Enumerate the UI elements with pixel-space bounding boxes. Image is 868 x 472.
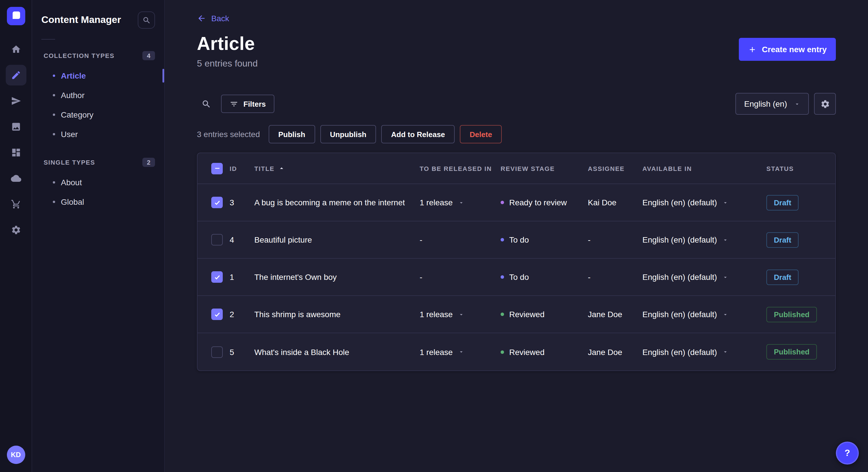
home-icon[interactable] — [5, 39, 26, 60]
release-caret-icon — [458, 199, 464, 206]
settings-gear-icon[interactable] — [5, 220, 26, 240]
cell-status: Draft — [766, 195, 822, 210]
column-header-title[interactable]: TITLE — [254, 165, 420, 172]
create-new-entry-button[interactable]: Create new entry — [739, 38, 836, 61]
cell-release[interactable]: 1 release — [420, 347, 501, 357]
cell-release[interactable]: 1 release — [420, 310, 501, 319]
sidebar-item-label: Author — [61, 91, 85, 100]
bullet-icon — [53, 113, 55, 116]
column-header-release: TO BE RELEASED IN — [420, 165, 501, 172]
publish-button[interactable]: Publish — [268, 125, 315, 143]
cell-title: The internet's Own boy — [254, 272, 420, 281]
paper-plane-icon[interactable] — [5, 91, 26, 111]
create-new-entry-label: Create new entry — [762, 45, 827, 54]
indeterminate-dash-icon — [213, 165, 221, 172]
sidebar-item-article[interactable]: Article — [41, 66, 155, 86]
sidebar-item-about[interactable]: About — [41, 173, 155, 192]
table-header-row: ID TITLE TO BE RELEASED IN REVIEW STAGE … — [197, 153, 835, 184]
table-row[interactable]: 1 The internet's Own boy - To do - Engli… — [197, 259, 835, 296]
entries-selected-count: 3 entries selected — [197, 130, 260, 139]
bullet-icon — [53, 181, 55, 183]
user-avatar[interactable]: KD — [7, 446, 25, 464]
locale-caret-icon — [722, 311, 728, 317]
sidebar-item-author[interactable]: Author — [41, 86, 155, 105]
main-content: Back Article 5 entries found Create new … — [165, 0, 868, 472]
row-checkbox[interactable] — [211, 271, 223, 283]
row-checkbox[interactable] — [211, 234, 223, 245]
content-manager-sidebar: Content Manager COLLECTION TYPES 4 Artic… — [32, 0, 165, 472]
cell-review-stage: Reviewed — [501, 347, 588, 357]
locale-value: English (en) — [744, 99, 787, 108]
table-row[interactable]: 5 What's inside a Black Hole 1 release R… — [197, 333, 835, 370]
row-checkbox[interactable] — [211, 346, 223, 358]
bullet-icon — [53, 74, 55, 77]
cell-available-in[interactable]: English (en) (default) — [642, 235, 766, 244]
bullet-icon — [53, 201, 55, 203]
cell-review-stage: To do — [501, 272, 588, 281]
release-caret-icon — [458, 349, 464, 355]
cell-id: 4 — [229, 235, 254, 244]
table-row[interactable]: 4 Beautiful picture - To do - English (e… — [197, 222, 835, 259]
row-checkbox[interactable] — [211, 308, 223, 320]
status-badge: Published — [766, 307, 817, 322]
page-title: Article — [197, 33, 258, 55]
cell-release[interactable]: - — [420, 272, 501, 281]
sidebar-search-button[interactable] — [138, 11, 155, 29]
help-button[interactable]: ? — [836, 442, 859, 465]
sidebar-item-user[interactable]: User — [41, 125, 155, 144]
row-checkbox[interactable] — [211, 197, 223, 208]
cell-release[interactable]: - — [420, 235, 501, 244]
layout-builder-icon[interactable] — [5, 142, 26, 163]
column-header-review-stage: REVIEW STAGE — [501, 165, 588, 172]
cell-id: 2 — [229, 310, 254, 319]
entries-table: ID TITLE TO BE RELEASED IN REVIEW STAGE … — [197, 153, 836, 371]
status-badge: Published — [766, 344, 817, 360]
table-row[interactable]: 2 This shrimp is awesome 1 release Revie… — [197, 296, 835, 333]
unpublish-button[interactable]: Unpublish — [320, 125, 376, 143]
view-settings-button[interactable] — [814, 93, 836, 115]
cell-available-in[interactable]: English (en) (default) — [642, 272, 766, 281]
sidebar-item-global[interactable]: Global — [41, 192, 155, 212]
media-library-icon[interactable] — [5, 116, 26, 137]
table-row[interactable]: 3 A bug is becoming a meme on the intern… — [197, 184, 835, 222]
sidebar-item-label: Article — [61, 71, 86, 80]
cell-available-in[interactable]: English (en) (default) — [642, 347, 766, 357]
cell-release[interactable]: 1 release — [420, 198, 501, 207]
check-icon — [213, 273, 221, 281]
cell-status: Published — [766, 344, 822, 360]
column-header-assignee: ASSIGNEE — [588, 165, 642, 172]
filters-label: Filters — [243, 100, 266, 108]
plus-icon — [748, 45, 756, 54]
filters-button[interactable]: Filters — [221, 95, 274, 113]
back-link[interactable]: Back — [197, 14, 229, 23]
add-to-release-button[interactable]: Add to Release — [381, 125, 455, 143]
sidebar-item-label: About — [61, 178, 82, 187]
review-stage-dot — [501, 201, 504, 204]
column-header-status: STATUS — [766, 165, 822, 172]
collection-types-list: Article Author Category User — [41, 66, 155, 144]
shopping-cart-icon[interactable] — [5, 194, 26, 214]
select-all-checkbox[interactable] — [211, 163, 223, 174]
column-header-available-in: AVAILABLE IN — [642, 165, 766, 172]
review-stage-dot — [501, 350, 504, 353]
bullet-icon — [53, 133, 55, 135]
locale-select[interactable]: English (en) — [736, 93, 809, 115]
sidebar-item-category[interactable]: Category — [41, 105, 155, 125]
cell-id: 3 — [229, 198, 254, 207]
cell-assignee: Jane Doe — [588, 310, 642, 319]
cell-available-in[interactable]: English (en) (default) — [642, 198, 766, 207]
help-question-mark: ? — [844, 448, 850, 458]
content-manager-icon[interactable] — [5, 65, 26, 86]
cloud-icon[interactable] — [5, 168, 26, 189]
cell-available-in[interactable]: English (en) (default) — [642, 310, 766, 319]
strapi-logo[interactable] — [7, 7, 25, 25]
cell-assignee: Kai Doe — [588, 198, 642, 207]
column-header-id: ID — [229, 165, 254, 172]
locale-caret-icon — [722, 274, 728, 280]
single-types-count: 2 — [143, 158, 155, 167]
app-window: KD Content Manager COLLECTION TYPES 4 Ar… — [0, 0, 868, 472]
cell-assignee: - — [588, 235, 642, 244]
delete-button[interactable]: Delete — [460, 125, 502, 143]
table-search-button[interactable] — [197, 95, 215, 113]
review-stage-dot — [501, 238, 504, 241]
